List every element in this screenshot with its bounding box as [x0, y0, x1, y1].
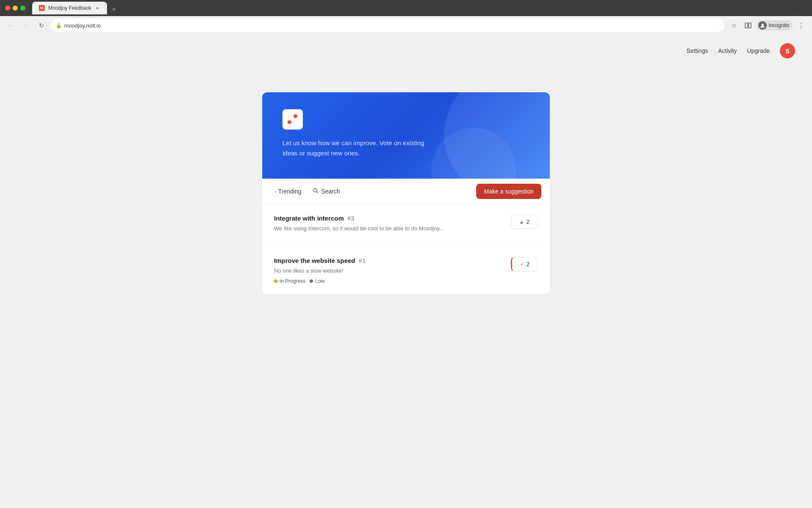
forward-button[interactable]: → [20, 19, 32, 31]
traffic-lights [5, 6, 25, 11]
low-label: Low [315, 278, 324, 284]
incognito-badge[interactable]: Incognito [757, 20, 793, 30]
tab-close-button[interactable]: ✕ [94, 5, 100, 11]
checkmark-icon-2: ✓ [520, 261, 524, 267]
activity-link[interactable]: Activity [718, 47, 737, 54]
browser-chrome: M Moodjoy Feedback ✕ + ⋮ ← → ↻ 🔒 moodjoy… [0, 0, 812, 35]
svg-point-2 [762, 24, 764, 26]
low-priority-dot-icon [310, 279, 313, 283]
incognito-label: Incognito [768, 22, 789, 28]
hero-banner: Let us know how we can improve. Vote on … [262, 92, 550, 179]
brand-logo [283, 109, 303, 130]
suggestion-body-1: Integrate with intercom #3 We like using… [274, 215, 504, 236]
vote-button-1[interactable]: ▲ 2 [511, 215, 538, 229]
close-window-button[interactable] [5, 6, 10, 11]
search-icon [313, 188, 318, 195]
tag-low: Low [310, 278, 324, 284]
search-label: Search [321, 188, 340, 195]
settings-link[interactable]: Settings [686, 47, 708, 54]
main-container: Let us know how we can improve. Vote on … [262, 92, 550, 294]
logo-dot-2 [294, 114, 297, 118]
maximize-window-button[interactable] [20, 6, 25, 11]
vote-button-2[interactable]: ✓ 2 [511, 257, 538, 271]
logo-dot-4 [294, 120, 297, 124]
in-progress-label: In Progress [280, 278, 305, 284]
suggestion-title-1: Integrate with intercom #3 [274, 215, 504, 222]
brand-logo-dots [288, 114, 298, 124]
suggestion-id-1: #3 [347, 215, 354, 222]
suggestion-item-2: Improve the website speed #1 No one like… [262, 247, 550, 295]
svg-rect-0 [745, 23, 748, 28]
trending-label: Trending [278, 188, 302, 195]
toolbar-actions: ☆ Incognito ⋮ [728, 19, 807, 31]
bookmark-button[interactable]: ☆ [728, 19, 740, 31]
svg-line-4 [317, 192, 318, 193]
upvote-arrow-icon-1: ▲ [519, 219, 524, 224]
active-tab[interactable]: M Moodjoy Feedback ✕ [32, 2, 107, 14]
suggestion-body-2: Improve the website speed #1 No one like… [274, 257, 504, 284]
suggestion-name-1: Integrate with intercom [274, 215, 344, 222]
tab-title: Moodjoy Feedback [48, 5, 91, 11]
suggestion-desc-2: No one likes a slow website! [274, 267, 504, 275]
chevron-right-icon: › [275, 189, 277, 194]
window-menu-button[interactable]: ⋮ [795, 2, 807, 14]
vote-count-1: 2 [527, 218, 530, 225]
incognito-avatar-icon [758, 21, 767, 30]
logo-dot-3 [288, 120, 291, 124]
toolbar-strip: › Trending Search Make a suggestion [262, 179, 550, 204]
split-view-button[interactable] [742, 19, 754, 31]
trending-button[interactable]: › Trending [271, 185, 305, 197]
tag-in-progress: In Progress [274, 278, 305, 284]
vote-count-2: 2 [527, 261, 530, 268]
suggestion-name-2: Improve the website speed [274, 257, 355, 264]
content-card: Integrate with intercom #3 We like using… [262, 204, 550, 294]
page-content: Settings Activity Upgrade S Let us know … [0, 35, 812, 508]
minimize-window-button[interactable] [13, 6, 18, 11]
lock-icon: 🔒 [56, 23, 62, 28]
top-nav: Settings Activity Upgrade S [0, 35, 812, 67]
suggestion-id-2: #1 [359, 257, 366, 264]
in-progress-dot-icon [274, 279, 277, 283]
make-suggestion-button[interactable]: Make a suggestion [476, 184, 541, 199]
back-button[interactable]: ← [5, 19, 17, 31]
upgrade-link[interactable]: Upgrade [747, 47, 770, 54]
browser-toolbar: ← → ↻ 🔒 moodjoy.nolt.io ☆ [0, 16, 812, 35]
suggestion-item: Integrate with intercom #3 We like using… [262, 204, 550, 247]
user-avatar[interactable]: S [780, 43, 795, 58]
tab-bar: M Moodjoy Feedback ✕ + [32, 2, 792, 14]
tab-favicon: M [39, 5, 45, 11]
suggestion-title-2: Improve the website speed #1 [274, 257, 504, 264]
url-display: moodjoy.nolt.io [64, 22, 719, 29]
suggestion-desc-1: We like using Intercom, so it would be c… [274, 224, 504, 233]
new-tab-button[interactable]: + [109, 4, 119, 14]
browser-menu-button[interactable]: ⋮ [795, 19, 807, 31]
reload-button[interactable]: ↻ [36, 19, 47, 31]
svg-rect-1 [749, 23, 751, 28]
search-button[interactable]: Search [309, 185, 344, 197]
suggestion-tags-2: In Progress Low [274, 278, 504, 284]
hero-tagline: Let us know how we can improve. Vote on … [283, 138, 435, 158]
logo-dot-1 [288, 114, 291, 118]
browser-titlebar: M Moodjoy Feedback ✕ + ⋮ [0, 0, 812, 16]
svg-point-3 [314, 189, 317, 192]
address-bar[interactable]: 🔒 moodjoy.nolt.io [51, 19, 724, 32]
